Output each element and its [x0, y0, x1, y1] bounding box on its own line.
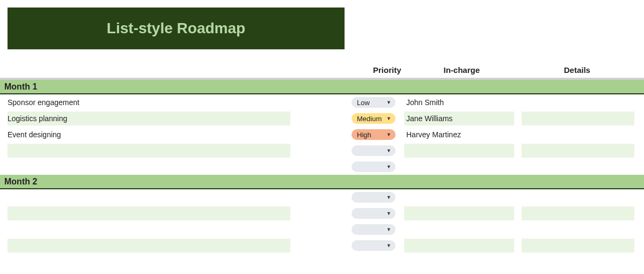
table-row: ▼: [0, 238, 644, 254]
priority-cell: Medium▼: [352, 113, 401, 124]
table-row: ▼: [0, 159, 644, 175]
group-header: Month 1: [0, 80, 644, 94]
task-cell[interactable]: [8, 239, 290, 253]
details-cell[interactable]: [522, 160, 634, 174]
task-cell[interactable]: Logistics planning: [8, 112, 290, 125]
chevron-down-icon: ▼: [386, 227, 391, 232]
task-cell[interactable]: Sponsor engagement: [8, 95, 290, 109]
table-row: ▼: [0, 189, 644, 205]
page-title: List-style Roadmap: [107, 20, 245, 37]
table-row: ▼: [0, 205, 644, 221]
incharge-cell[interactable]: Harvey Martinez: [404, 128, 514, 142]
roadmap-body: Month 1Sponsor engagementLow▼John SmithL…: [0, 80, 644, 254]
task-cell[interactable]: [8, 206, 290, 220]
priority-label: Medium: [357, 115, 382, 123]
header-details: Details: [564, 65, 644, 75]
priority-cell: ▼: [352, 240, 401, 251]
details-cell[interactable]: [522, 239, 634, 253]
details-cell[interactable]: [522, 144, 634, 158]
chevron-down-icon: ▼: [386, 116, 391, 121]
priority-dropdown[interactable]: ▼: [352, 240, 396, 251]
table-row: ▼: [0, 143, 644, 159]
column-headers: Priority In-charge Details: [0, 65, 644, 78]
incharge-cell[interactable]: [404, 144, 514, 158]
priority-label: Low: [357, 99, 370, 107]
priority-dropdown[interactable]: ▼: [352, 145, 396, 156]
priority-cell: High▼: [352, 129, 401, 140]
incharge-cell[interactable]: [404, 190, 514, 204]
priority-cell: Low▼: [352, 97, 401, 108]
priority-cell: ▼: [352, 161, 401, 172]
priority-cell: ▼: [352, 224, 401, 235]
chevron-down-icon: ▼: [386, 132, 391, 137]
chevron-down-icon: ▼: [386, 148, 391, 153]
priority-label: High: [357, 131, 371, 139]
table-row: Logistics planningMedium▼Jane Williams: [0, 110, 644, 127]
priority-cell: ▼: [352, 192, 401, 203]
page-title-banner: List-style Roadmap: [8, 8, 345, 49]
header-incharge: In-charge: [444, 65, 524, 75]
header-priority: Priority: [373, 65, 422, 75]
incharge-cell[interactable]: [404, 239, 514, 253]
task-cell[interactable]: [8, 190, 290, 204]
task-cell[interactable]: [8, 223, 290, 236]
incharge-cell[interactable]: [404, 160, 514, 174]
details-cell[interactable]: [522, 190, 634, 204]
chevron-down-icon: ▼: [386, 211, 391, 216]
details-cell[interactable]: [522, 128, 634, 142]
task-cell[interactable]: [8, 160, 290, 174]
incharge-cell[interactable]: John Smith: [404, 95, 514, 109]
details-cell[interactable]: [522, 95, 634, 109]
priority-dropdown[interactable]: Low▼: [352, 97, 396, 108]
priority-dropdown[interactable]: ▼: [352, 161, 396, 172]
priority-dropdown[interactable]: High▼: [352, 129, 396, 140]
incharge-cell[interactable]: [404, 206, 514, 220]
group-header: Month 2: [0, 175, 644, 189]
priority-cell: ▼: [352, 208, 401, 219]
chevron-down-icon: ▼: [386, 164, 391, 169]
priority-dropdown[interactable]: Medium▼: [352, 113, 396, 124]
task-cell[interactable]: [8, 144, 290, 158]
table-row: Sponsor engagementLow▼John Smith: [0, 94, 644, 110]
details-cell[interactable]: [522, 223, 634, 236]
details-cell[interactable]: [522, 112, 634, 125]
chevron-down-icon: ▼: [386, 195, 391, 200]
table-row: Event designingHigh▼Harvey Martinez: [0, 127, 644, 143]
task-cell[interactable]: Event designing: [8, 128, 290, 142]
incharge-cell[interactable]: [404, 223, 514, 236]
details-cell[interactable]: [522, 206, 634, 220]
chevron-down-icon: ▼: [386, 243, 391, 248]
incharge-cell[interactable]: Jane Williams: [404, 112, 514, 125]
priority-dropdown[interactable]: ▼: [352, 224, 396, 235]
priority-cell: ▼: [352, 145, 401, 156]
priority-dropdown[interactable]: ▼: [352, 208, 396, 219]
table-row: ▼: [0, 221, 644, 238]
priority-dropdown[interactable]: ▼: [352, 192, 396, 203]
chevron-down-icon: ▼: [386, 100, 391, 105]
